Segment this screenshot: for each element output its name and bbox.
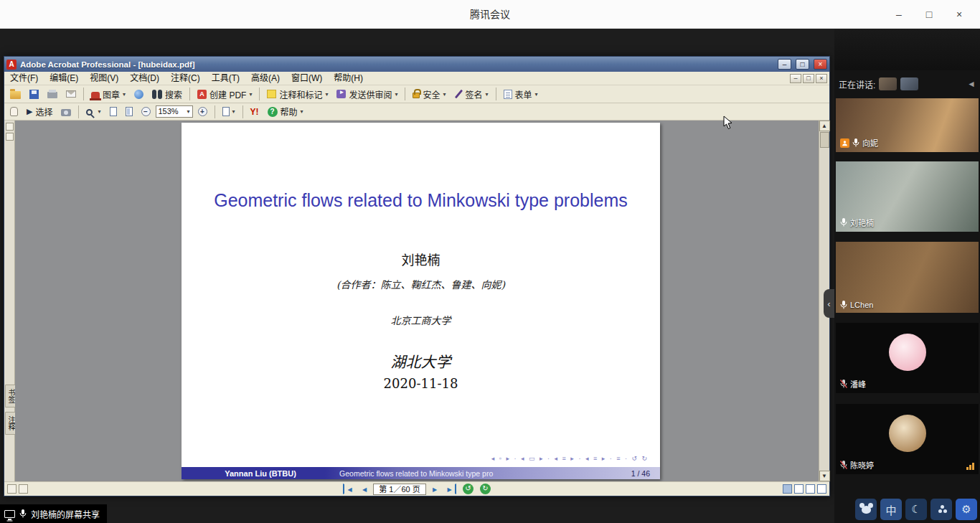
acrobat-titlebar[interactable]: Adobe Acrobat Professional - [hubeidax.p… xyxy=(4,57,829,72)
zoom-in-button[interactable]: + xyxy=(194,105,211,118)
zoom-level-value: 153% xyxy=(159,106,179,117)
doc-close-icon[interactable]: × xyxy=(816,74,827,83)
speaker-back-icon[interactable]: ◄ xyxy=(967,79,976,89)
scroll-up-icon[interactable]: ▲ xyxy=(819,121,830,131)
menu-document[interactable]: 文档(D) xyxy=(124,72,165,85)
mic-icon xyxy=(19,509,27,518)
document-area[interactable]: Geometric flows related to Minkowski typ… xyxy=(15,121,819,481)
avatar xyxy=(889,334,926,371)
menu-file[interactable]: 文件(F) xyxy=(4,72,44,85)
last-page-button[interactable]: ▶ xyxy=(443,484,456,494)
previous-page-button[interactable]: ◀ xyxy=(358,484,371,494)
acrobat-restore-icon[interactable]: □ xyxy=(796,59,809,70)
doc-restore-icon[interactable]: □ xyxy=(803,74,814,83)
search-button[interactable]: 搜索 xyxy=(149,86,186,103)
sidebar-collapse-handle[interactable]: ‹ xyxy=(824,289,834,318)
single-page-view-icon[interactable] xyxy=(783,484,792,494)
pane-icon[interactable] xyxy=(6,133,14,141)
menu-help[interactable]: 帮助(H) xyxy=(328,72,369,85)
zoom-level-select[interactable]: 153% ▾ xyxy=(156,105,193,118)
zoom-tool-button[interactable]: ▾ xyxy=(83,106,104,118)
next-view-button[interactable]: ↻ xyxy=(480,484,491,494)
help-button[interactable]: 帮助 ▾ xyxy=(264,103,307,120)
create-pdf-button[interactable]: 创建 PDF ▾ xyxy=(194,86,255,103)
settings-gear-icon[interactable]: ⚙ xyxy=(956,499,977,520)
secure-button[interactable]: 安全 ▾ xyxy=(409,86,449,103)
maximize-icon[interactable]: □ xyxy=(914,0,944,29)
yahoo-toolbar-button[interactable]: Y! xyxy=(247,105,263,119)
slide-author: 刘艳楠 xyxy=(182,250,660,268)
continuous-facing-view-icon[interactable] xyxy=(817,484,826,494)
minimize-icon[interactable]: – xyxy=(884,0,914,29)
slide-affiliation: 北京工商大学 xyxy=(182,313,660,327)
participant-tile-5[interactable]: 陈晓婷 xyxy=(836,404,979,474)
minus-icon: − xyxy=(141,107,151,116)
rotate-button[interactable]: ▾ xyxy=(219,105,239,118)
continuous-view-icon[interactable] xyxy=(794,484,804,494)
snapshot-button[interactable] xyxy=(57,105,75,118)
participant-tile-4[interactable]: 潘峰 xyxy=(836,323,979,393)
facing-view-icon[interactable] xyxy=(806,484,815,494)
previous-view-button[interactable]: ↺ xyxy=(463,484,473,494)
menu-advanced[interactable]: 高级(A) xyxy=(245,72,286,85)
create-pdf-label: 创建 PDF xyxy=(209,88,246,100)
forms-button[interactable]: 表单 ▾ xyxy=(500,86,542,103)
save-button[interactable] xyxy=(26,88,42,101)
menu-edit[interactable]: 编辑(E) xyxy=(44,72,84,85)
slide-footer: Yannan Liu (BTBU) Geometric flows relate… xyxy=(182,467,660,479)
secure-label: 安全 xyxy=(423,88,440,100)
open-button[interactable] xyxy=(6,87,24,101)
page-width-button[interactable] xyxy=(122,105,136,118)
page-view-button[interactable] xyxy=(106,105,121,118)
print-button[interactable] xyxy=(44,88,61,100)
sign-button[interactable]: 签名 ▾ xyxy=(451,86,492,103)
zoom-out-button[interactable]: − xyxy=(138,105,154,118)
yahoo-icon: Y! xyxy=(250,107,259,117)
chevron-down-icon: ▾ xyxy=(187,106,189,117)
chevron-down-icon: ▾ xyxy=(535,91,538,98)
send-review-button[interactable]: 发送供审阅 ▾ xyxy=(333,86,401,103)
stamp-label: 图章 xyxy=(103,88,120,100)
pane-icon[interactable] xyxy=(6,123,14,131)
email-button[interactable] xyxy=(62,88,80,100)
moon-icon[interactable]: ☾ xyxy=(905,499,927,520)
scroll-down-icon[interactable]: ▼ xyxy=(819,471,830,481)
acrobat-minimize-icon[interactable]: – xyxy=(778,59,791,70)
web-button[interactable] xyxy=(131,88,147,101)
hand-tool-button[interactable] xyxy=(6,105,22,118)
ime-icon[interactable]: 中 xyxy=(880,499,902,520)
menu-window[interactable]: 窗口(W) xyxy=(286,72,328,85)
comment-markup-button[interactable]: 注释和标记 ▾ xyxy=(263,86,331,103)
toolbar-separator xyxy=(405,88,405,100)
stamp-icon xyxy=(91,92,100,98)
app-icon-chat[interactable] xyxy=(855,499,877,520)
select-arrow-icon: ▶ xyxy=(27,107,32,116)
acrobat-close-icon[interactable]: × xyxy=(814,59,827,70)
plus-icon: + xyxy=(198,107,207,116)
slide-footer-author: Yannan Liu (BTBU) xyxy=(182,469,339,478)
menu-view[interactable]: 视图(V) xyxy=(84,72,124,85)
first-page-button[interactable]: ◀ xyxy=(343,484,356,494)
page-number-field[interactable]: 第 1／60 页 xyxy=(373,484,426,495)
close-icon[interactable]: × xyxy=(944,0,974,29)
participant-tile-1[interactable]: 向妮 xyxy=(836,98,979,152)
participant-name: LChen xyxy=(850,301,873,309)
stamp-button[interactable]: 图章 ▾ xyxy=(88,86,129,103)
menu-tools[interactable]: 工具(T) xyxy=(206,72,245,85)
sign-label: 签名 xyxy=(466,88,483,100)
participant-sidebar: 正在讲话: ◄ 向妮 刘艳楠 LChen 潘峰 xyxy=(834,29,980,523)
menu-comments[interactable]: 注释(C) xyxy=(165,72,206,85)
speaker-thumbnail xyxy=(879,77,897,90)
app-icon-dots[interactable] xyxy=(930,499,952,520)
meeting-titlebar: 腾讯会议 – □ × xyxy=(0,0,980,29)
doc-minimize-icon[interactable]: – xyxy=(790,74,801,83)
participant-tile-2[interactable]: 刘艳楠 xyxy=(836,161,979,232)
select-tool-button[interactable]: ▶ 选择 xyxy=(23,103,56,120)
scrollbar-thumb[interactable] xyxy=(820,132,829,148)
pen-icon xyxy=(454,90,462,99)
send-icon xyxy=(336,90,346,98)
participant-name: 潘峰 xyxy=(850,378,866,390)
toolbar-separator xyxy=(242,105,243,118)
next-page-button[interactable]: ▶ xyxy=(428,484,441,494)
participant-tile-3[interactable]: LChen xyxy=(836,242,979,313)
